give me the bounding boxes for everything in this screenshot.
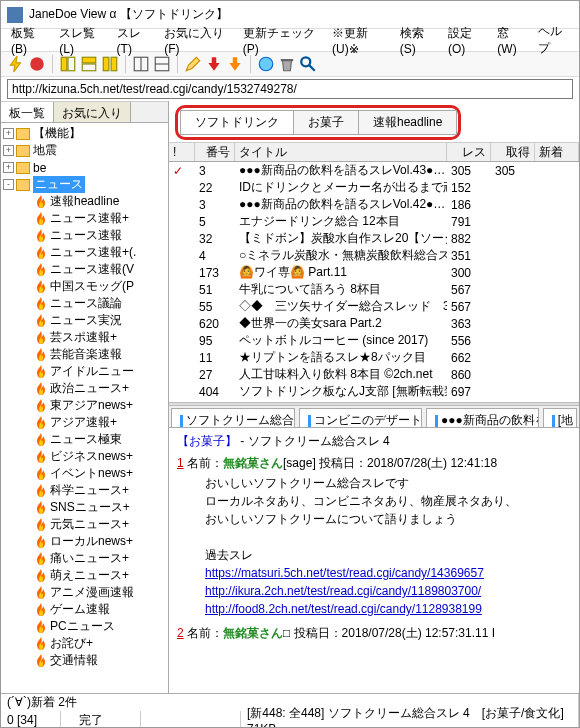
col-get[interactable]: 取得 (491, 143, 535, 161)
thread-row[interactable]: 11★リプトンを語るスレ★8パック目662 (169, 349, 579, 366)
tree-board[interactable]: 政治ニュース+ (1, 380, 168, 397)
thread-row[interactable]: 173🙆ワイ専🙆 Part.11300 (169, 264, 579, 281)
tree-board[interactable]: 速報headline (1, 193, 168, 210)
tree-board[interactable]: 元気ニュース+ (1, 516, 168, 533)
thread-list[interactable]: ✓3●●●新商品の飲料を語るスレVol.43●…30530522IDにドリンクと… (169, 162, 579, 402)
pane2-icon[interactable] (80, 55, 98, 73)
col-new[interactable]: 新着 (535, 143, 579, 161)
tree-board[interactable]: ニュース速報+ (1, 210, 168, 227)
thread-row[interactable]: 32【ミドボン】炭酸水自作スレ20【ソーダサイフ…882 (169, 230, 579, 247)
tree-board[interactable]: 中国スモッグ(P (1, 278, 168, 295)
thread-row[interactable]: 51牛乳について語ろう 8杯目567 (169, 281, 579, 298)
tree-board[interactable]: ニュース極東 (1, 431, 168, 448)
tab-favorites[interactable]: お気に入り (54, 102, 131, 122)
tree-board[interactable]: お詫び+ (1, 635, 168, 652)
post-link[interactable]: http://food8.2ch.net/test/read.cgi/candy… (205, 602, 482, 616)
thread-row[interactable]: 3●●●新商品の飲料を語るスレVol.42●…186 (169, 196, 579, 213)
menu-update[interactable]: ※更新(U)※ (326, 23, 392, 58)
menu-help[interactable]: ヘルプ (532, 21, 575, 59)
tree-board[interactable]: 東アジアnews+ (1, 397, 168, 414)
menu-favorites[interactable]: お気に入り(F) (158, 23, 234, 58)
tree-board[interactable]: ローカルnews+ (1, 533, 168, 550)
tree-board[interactable]: ゲーム速報 (1, 601, 168, 618)
menu-thread[interactable]: スレ(T) (111, 23, 157, 58)
tree-board[interactable]: 痛いニュース+ (1, 550, 168, 567)
stop-icon[interactable] (28, 55, 46, 73)
menu-settings[interactable]: 設定(O) (442, 23, 489, 58)
menu-boardlist[interactable]: 板覧(B) (5, 23, 51, 58)
tree-board[interactable]: ニュース速報+(. (1, 244, 168, 261)
thread-tab[interactable]: ソフトクリーム総合ス… (171, 408, 295, 427)
col-mark[interactable]: ! (169, 143, 195, 161)
menu-window[interactable]: 窓(W) (491, 23, 530, 58)
tree-board[interactable]: 科学ニュース+ (1, 482, 168, 499)
thread-row[interactable]: ✓3●●●新商品の飲料を語るスレVol.43●…305305 (169, 162, 579, 179)
pane3-icon[interactable] (101, 55, 119, 73)
tree-board[interactable]: 芸能音楽速報 (1, 346, 168, 363)
thread-row[interactable]: 22IDにドリンクとメーカー名が出るまで頑張るス…152 (169, 179, 579, 196)
col-title[interactable]: タイトル (235, 143, 447, 161)
thread-tab[interactable]: [地 (543, 408, 577, 427)
search-icon[interactable] (299, 55, 317, 73)
pencil-icon[interactable] (184, 55, 202, 73)
tree-board[interactable]: 萌えニュース+ (1, 567, 168, 584)
col-no[interactable]: 番号 (195, 143, 235, 161)
post-name[interactable]: 無銘菓さん (223, 626, 283, 640)
thread-tab[interactable]: コンビニのデザート、… (299, 408, 423, 427)
url-input[interactable] (7, 79, 573, 99)
thread-row[interactable]: 404ソフトドリンク板なんJ支部 [無断転載禁止…697 (169, 383, 579, 400)
tree-folder[interactable]: +【機能】 (1, 125, 168, 142)
layout1-icon[interactable] (132, 55, 150, 73)
tree-folder[interactable]: -ニュース (1, 176, 168, 193)
tree-board[interactable]: 交通情報 (1, 652, 168, 669)
thread-tab[interactable]: ●●●新商品の飲料を… (426, 408, 539, 427)
tree-board[interactable]: アニメ漫画速報 (1, 584, 168, 601)
menu-search[interactable]: 検索(S) (394, 23, 440, 58)
layout2-icon[interactable] (153, 55, 171, 73)
tab-boardlist[interactable]: 板一覧 (1, 102, 54, 122)
menu-updatecheck[interactable]: 更新チェック(P) (237, 23, 324, 58)
thread-view[interactable]: 【お菓子】 - ソフトクリーム総合スレ 41 名前：無銘菓さん[sage] 投稿… (169, 428, 579, 693)
thread-row[interactable]: 55◇◆ 三ツ矢サイダー総合スレッド 3本目…567 (169, 298, 579, 315)
tree-board[interactable]: 芸スポ速報+ (1, 329, 168, 346)
down-orange-icon[interactable] (226, 55, 244, 73)
post-link[interactable]: http://ikura.2ch.net/test/read.cgi/candy… (205, 584, 481, 598)
thread-row[interactable]: 620◆世界一の美女sara Part.2363 (169, 315, 579, 332)
thread-row[interactable]: 5エナジードリンク総合 12本目791 (169, 213, 579, 230)
tree-board[interactable]: PCニュース (1, 618, 168, 635)
board-link[interactable]: 【お菓子】 (177, 434, 237, 448)
down-red-icon[interactable] (205, 55, 223, 73)
thread-row[interactable]: 95ペットボトルコーヒー (since 2017)556 (169, 332, 579, 349)
browser-icon[interactable] (257, 55, 275, 73)
tree-board[interactable]: ニュース速報(V (1, 261, 168, 278)
tree-board[interactable]: SNSニュース+ (1, 499, 168, 516)
post-number[interactable]: 1 (177, 456, 184, 470)
post-number[interactable]: 2 (177, 626, 184, 640)
board-tab-headline[interactable]: 速報headline (358, 110, 457, 135)
post-name[interactable]: 無銘菓さん (223, 456, 283, 470)
tree-board[interactable]: ニュース速報 (1, 227, 168, 244)
post-link[interactable]: https://matsuri.5ch.net/test/read.cgi/ca… (205, 566, 484, 580)
tree-board[interactable]: イベントnews+ (1, 465, 168, 482)
tree-board[interactable]: アイドルニュー (1, 363, 168, 380)
board-tab-softdrink[interactable]: ソフトドリンク (180, 110, 294, 135)
tree-board[interactable]: ビジネスnews+ (1, 448, 168, 465)
expand-icon[interactable]: + (3, 162, 14, 173)
tree-board[interactable]: アジア速報+ (1, 414, 168, 431)
tree-folder[interactable]: +地震 (1, 142, 168, 159)
tree-board[interactable]: ニュース実況 (1, 312, 168, 329)
expand-icon[interactable]: + (3, 128, 14, 139)
tree-board[interactable]: ニュース議論 (1, 295, 168, 312)
expand-icon[interactable]: + (3, 145, 14, 156)
lightning-icon[interactable] (7, 55, 25, 73)
thread-row[interactable]: 4○ミネラル炭酸水・無糖炭酸飲料総合ス…351 (169, 247, 579, 264)
expand-icon[interactable]: - (3, 179, 14, 190)
col-res[interactable]: レス (447, 143, 491, 161)
board-tab-okashi[interactable]: お菓子 (293, 110, 359, 135)
menu-threadlist[interactable]: スレ覧(L) (53, 23, 108, 58)
thread-row[interactable]: 27人工甘味料入り飲料 8本目 ©2ch.net860 (169, 366, 579, 383)
board-tree[interactable]: +【機能】+地震+be-ニュース速報headlineニュース速報+ニュース速報ニ… (1, 123, 168, 693)
tree-folder[interactable]: +be (1, 159, 168, 176)
pane1-icon[interactable] (59, 55, 77, 73)
trash-icon[interactable] (278, 55, 296, 73)
